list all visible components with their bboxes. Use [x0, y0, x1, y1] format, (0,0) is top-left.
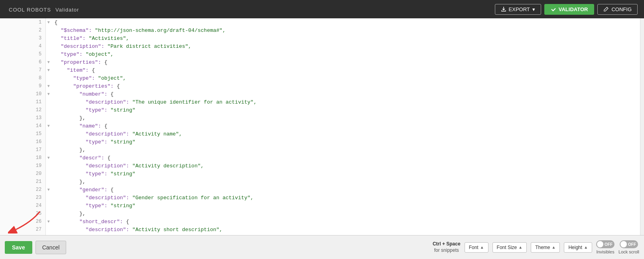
fold-gutter[interactable]: ▼: [46, 218, 51, 226]
brand-subtitle: Validator: [55, 7, 79, 13]
line-number: 7: [0, 66, 46, 74]
code-token: "description":: [55, 131, 129, 137]
code-line: {: [51, 18, 640, 26]
editor-container: 1▼{2 "$schema": "http://json-schema.org/…: [0, 18, 644, 235]
code-token: {: [107, 187, 114, 193]
footer-right: Ctrl + Space for snippets Font ▲ Font Si…: [433, 240, 639, 254]
table-row: 6▼ "properties": {: [0, 58, 640, 66]
line-number: 13: [0, 114, 46, 122]
line-number: 9: [0, 82, 46, 90]
code-line: "type": "string": [51, 233, 640, 235]
code-line: "item": {: [51, 66, 640, 74]
code-token: "type":: [55, 235, 108, 235]
line-number: 25: [0, 210, 46, 218]
line-number: 17: [0, 146, 46, 154]
code-line: "title": "Activities",: [51, 34, 640, 42]
code-editor[interactable]: 1▼{2 "$schema": "http://json-schema.org/…: [0, 18, 640, 235]
invisibles-toggle[interactable]: OFF: [596, 240, 614, 248]
cancel-button[interactable]: Cancel: [35, 241, 67, 254]
code-line: "type": "string": [51, 202, 640, 210]
lock-knob: [620, 241, 627, 247]
theme-button[interactable]: Theme ▲: [531, 242, 560, 253]
code-token: "name":: [55, 123, 101, 129]
line-number: 4: [0, 42, 46, 50]
table-row: 23 "description": "Gender specification …: [0, 194, 640, 202]
font-caret: ▲: [480, 245, 484, 249]
line-number: 8: [0, 74, 46, 82]
fold-gutter: [46, 146, 51, 154]
code-line: },: [51, 178, 640, 186]
edit-icon: [603, 6, 609, 12]
fold-gutter[interactable]: ▼: [46, 58, 51, 66]
validator-button[interactable]: VALIDATOR: [544, 4, 595, 15]
table-row: 9▼ "properties": {: [0, 82, 640, 90]
height-button[interactable]: Height ▲: [564, 242, 592, 253]
table-row: 7▼ "item": {: [0, 66, 640, 74]
line-number: 18: [0, 154, 46, 162]
code-line: "name": {: [51, 122, 640, 130]
fold-gutter[interactable]: ▼: [46, 122, 51, 130]
line-number: 21: [0, 178, 46, 186]
line-number: 5: [0, 50, 46, 58]
snippet-text: for snippets: [434, 247, 459, 253]
code-token: },: [55, 211, 86, 217]
font-label: Font: [469, 245, 479, 250]
invisibles-toggle-container: OFF Invisibles: [596, 240, 614, 254]
table-row: 26▼ "short_descr": {: [0, 218, 640, 226]
table-row: 3 "title": "Activities",: [0, 34, 640, 42]
line-number: 2: [0, 26, 46, 34]
table-row: 22▼ "gender": {: [0, 186, 640, 194]
code-token: {: [55, 20, 58, 26]
lock-scroll-off-label: OFF: [628, 242, 636, 247]
line-number: 16: [0, 138, 46, 146]
table-row: 15 "description": "Activity name",: [0, 130, 640, 138]
code-token: "number":: [55, 91, 108, 97]
invisibles-label: Invisibles: [596, 249, 614, 254]
code-token: "The unique identifier for an activity",: [129, 99, 257, 105]
code-token: {: [123, 219, 129, 225]
code-token: "properties":: [55, 59, 101, 65]
fold-gutter[interactable]: ▼: [46, 66, 51, 74]
table-row: 25 },: [0, 210, 640, 218]
save-button[interactable]: Save: [5, 241, 32, 254]
fold-gutter: [46, 74, 51, 82]
code-token: },: [55, 179, 86, 185]
code-token: {: [114, 83, 120, 89]
line-number: 3: [0, 34, 46, 42]
table-row: 5 "type": "object",: [0, 50, 640, 58]
font-size-button[interactable]: Font Size ▲: [492, 242, 527, 253]
fold-gutter: [46, 42, 51, 50]
fold-gutter[interactable]: ▼: [46, 18, 51, 26]
code-token: "short_descr":: [55, 219, 123, 225]
code-token: "Park district activities",: [104, 43, 191, 49]
fold-gutter: [46, 114, 51, 122]
table-row: 4 "description": "Park district activiti…: [0, 42, 640, 50]
fold-gutter[interactable]: ▼: [46, 186, 51, 194]
code-token: {: [101, 123, 108, 129]
code-line: "gender": {: [51, 186, 640, 194]
export-button[interactable]: EXPORT ▾: [495, 4, 541, 15]
fold-gutter[interactable]: ▼: [46, 90, 51, 98]
code-token: "string": [107, 171, 135, 177]
code-token: "$schema":: [55, 27, 92, 33]
table-row: 16 "type": "string": [0, 138, 640, 146]
fold-gutter: [46, 26, 51, 34]
lock-scroll-toggle[interactable]: OFF: [620, 240, 638, 248]
code-token: "description":: [55, 43, 104, 49]
code-token: "gender":: [55, 187, 108, 193]
fold-gutter[interactable]: ▼: [46, 154, 51, 162]
code-token: "string": [107, 139, 135, 145]
config-button[interactable]: CONFIG: [597, 4, 638, 15]
fold-gutter[interactable]: ▼: [46, 82, 51, 90]
code-token: "string": [107, 203, 135, 209]
code-token: {: [104, 155, 110, 161]
font-button[interactable]: Font ▲: [465, 242, 488, 253]
code-line: "type": "string": [51, 106, 640, 114]
code-line: "$schema": "http://json-schema.org/draft…: [51, 26, 640, 34]
code-token: "object",: [95, 75, 126, 81]
vertical-scrollbar[interactable]: [640, 18, 644, 235]
validator-label: VALIDATOR: [559, 6, 588, 12]
table-row: 27 "description": "Activity short descri…: [0, 226, 640, 233]
line-number: 15: [0, 130, 46, 138]
code-token: "type":: [55, 171, 108, 177]
